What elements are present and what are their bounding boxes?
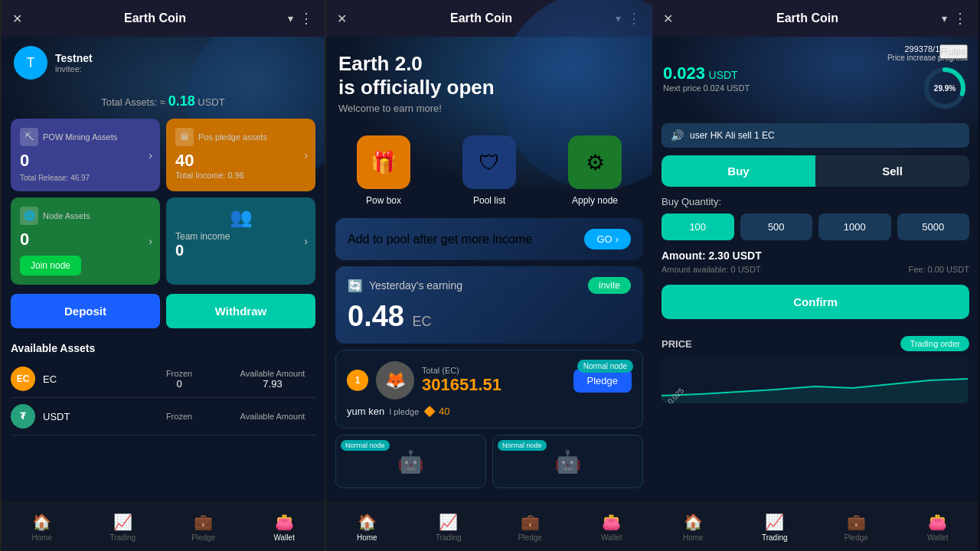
qty-btn-1000[interactable]: 1000 (818, 214, 891, 240)
ec-frozen-value: 0 (136, 378, 222, 390)
pos-card-header: 🏛 Pos pledge assets (175, 128, 306, 146)
apply-node-item[interactable]: ⚙ Apply node (547, 135, 643, 206)
nav-wallet-3[interactable]: 👛 Wallet (897, 503, 979, 551)
hero-subtitle: Welcome to earn more! (338, 103, 640, 114)
pow-card-arrow[interactable]: › (149, 149, 152, 161)
pow-box-item[interactable]: 🎁 Pow box (335, 135, 432, 206)
nav-home-1[interactable]: 🏠 Home (2, 503, 83, 551)
pledge-icon-2: 💼 (521, 513, 540, 531)
progress-circle: 29.9% (922, 65, 968, 111)
price-row: 0.023 USDT Next price 0.024 USDT 299378/… (663, 44, 968, 111)
pow-box-icon: 🎁 (357, 135, 410, 189)
panel1-scroll[interactable]: T Testnet invitee: Total Assets: ≈ 0.18 … (2, 37, 325, 502)
trading-icon-2: 📈 (439, 513, 458, 531)
mini-node-card-1[interactable]: Normal node 🤖 (335, 435, 486, 488)
nav-pledge-2[interactable]: 💼 Pledge (489, 503, 571, 551)
bottom-nav-2: 🏠 Home 📈 Trading 💼 Pledge 👛 Wallet (326, 502, 652, 551)
buy-qty-label: Buy Quantity: (662, 196, 969, 207)
node-amount: 301651.51 (422, 375, 566, 395)
mini-node-card-2[interactable]: Normal node 🤖 (492, 435, 643, 488)
svg-marker-2 (662, 379, 968, 403)
confirm-button[interactable]: Confirm (662, 285, 969, 319)
team-card-arrow[interactable]: › (304, 235, 308, 247)
node-card-arrow[interactable]: › (149, 235, 152, 247)
nav-wallet-1[interactable]: 👛 Wallet (244, 503, 325, 551)
nav-pledge-label-1: Pledge (191, 533, 215, 542)
pow-card-value: 0 (20, 151, 151, 171)
usdt-asset-icon: ₮ (11, 404, 35, 429)
buy-tab[interactable]: Buy (662, 155, 815, 187)
home-icon-1: 🏠 (32, 513, 51, 531)
node-card: Normal node 1 🦊 Total (EC) 301651.51 Ple… (335, 350, 643, 429)
invite-button[interactable]: invite (588, 277, 631, 294)
nav-pledge-3[interactable]: 💼 Pledge (815, 503, 897, 551)
qty-btn-100[interactable]: 100 (662, 214, 734, 240)
usdt-frozen-label: Frozen (136, 412, 222, 421)
nav-home-3[interactable]: 🏠 Home (652, 503, 734, 551)
pos-card-arrow[interactable]: › (304, 149, 308, 161)
node-total-label: Total (EC) (422, 366, 566, 375)
pledge-icon-1: 💼 (194, 513, 213, 531)
amount-value: 2.30 USDT (708, 249, 761, 262)
feature-icons-row: 🎁 Pow box 🛡 Pool list ⚙ Apply node (326, 123, 652, 212)
chevron-down-icon-1[interactable]: ▾ (288, 12, 293, 24)
qty-btn-5000[interactable]: 5000 (897, 214, 970, 240)
pow-box-label: Pow box (366, 195, 401, 206)
close-icon-3[interactable]: ✕ (663, 11, 673, 26)
trading-order-button[interactable]: Trading order (900, 336, 969, 351)
panel-wallet: ✕ Earth Coin ▾ ⋮ T Testnet invitee: Tota… (0, 0, 326, 551)
earnings-section: 🔄 Yesterday's earning invite 0.48 EC (335, 266, 643, 344)
panel-trading: ✕ Earth Coin ▾ ⋮ Rules 0.023 USDT Next p… (652, 0, 978, 551)
usdt-asset-row: ₮ USDT Frozen Available Amount (11, 398, 315, 435)
trading-icon-3: 📈 (765, 513, 784, 531)
close-icon-1[interactable]: ✕ (12, 11, 22, 26)
amount-label: Amount: (662, 249, 706, 262)
apply-node-icon: ⚙ (568, 135, 622, 189)
more-options-icon-3[interactable]: ⋮ (953, 10, 968, 27)
user-bar: T Testnet invitee: (2, 37, 325, 89)
earnings-label: Yesterday's earning (369, 279, 462, 292)
trading-icon-1: 📈 (113, 513, 132, 531)
available-assets-title: Available Assets (11, 342, 315, 354)
rules-button[interactable]: Rules (939, 44, 968, 59)
earnings-amount-row: 0.48 EC (348, 300, 631, 333)
sell-tab[interactable]: Sell (815, 155, 969, 187)
withdraw-button[interactable]: Withdraw (166, 294, 315, 328)
team-income-value: 0 (175, 242, 306, 259)
deposit-button[interactable]: Deposit (11, 294, 160, 328)
home-icon-2: 🏠 (358, 513, 377, 531)
nav-wallet-2[interactable]: 👛 Wallet (571, 503, 653, 551)
rank-badge: 1 (347, 370, 368, 391)
go-button[interactable]: GO › (584, 229, 631, 249)
nav-home-2[interactable]: 🏠 Home (326, 503, 408, 551)
hero-section: Earth 2.0is officially open Welcome to e… (326, 37, 652, 123)
speaker-icon: 🔊 (671, 129, 684, 142)
nav-trading-1[interactable]: 📈 Trading (83, 503, 164, 551)
qty-btn-500[interactable]: 500 (740, 214, 813, 240)
nav-wallet-label-2: Wallet (601, 533, 622, 542)
total-assets-label: Total Assets: ≈ (101, 96, 165, 108)
nav-trading-2[interactable]: 📈 Trading (408, 503, 490, 551)
node-info: Total (EC) 301651.51 (422, 366, 566, 395)
fee-label: Fee: 0.00 USDT (909, 265, 969, 274)
apply-node-label: Apply node (572, 195, 618, 206)
ec-available-label: Available Amount (230, 369, 315, 378)
mini-avatar-2: 🤖 (493, 435, 642, 487)
pool-list-item[interactable]: 🛡 Pool list (441, 135, 537, 206)
close-icon-2[interactable]: ✕ (337, 11, 347, 26)
join-node-button[interactable]: Join node (20, 256, 81, 276)
pos-icon: 🏛 (175, 128, 194, 146)
more-options-icon-1[interactable]: ⋮ (299, 10, 314, 27)
pool-banner-text: Add to pool after get more income (348, 233, 532, 246)
panel2-scroll[interactable]: Earth 2.0is officially open Welcome to e… (326, 37, 652, 502)
bottom-nav-3: 🏠 Home 📈 Trading 💼 Pledge 👛 Wallet (652, 502, 978, 551)
chevron-down-icon-3[interactable]: ▾ (942, 12, 947, 24)
qty-buttons: 100 500 1000 5000 (662, 214, 969, 240)
nav-wallet-label-1: Wallet (274, 533, 295, 542)
nav-trading-3[interactable]: 📈 Trading (734, 503, 816, 551)
pow-icon: ⛏ (20, 128, 38, 146)
panel3-scroll[interactable]: Rules 0.023 USDT Next price 0.024 USDT 2… (652, 37, 978, 502)
ec-frozen-col: Frozen 0 (136, 369, 222, 390)
ec-available-value: 7.93 (230, 378, 315, 390)
nav-pledge-1[interactable]: 💼 Pledge (163, 503, 244, 551)
